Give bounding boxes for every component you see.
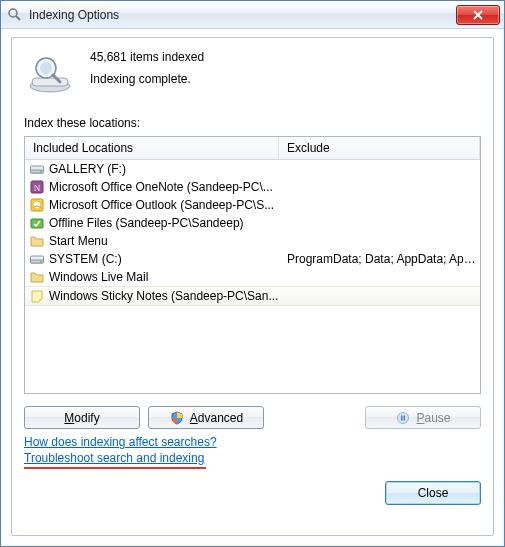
cell-included: Windows Sticky Notes (Sandeep-PC\San... (25, 288, 279, 304)
svg-line-1 (16, 16, 20, 20)
location-label: Microsoft Office OneNote (Sandeep-PC\... (49, 180, 273, 194)
drive-icon (29, 161, 45, 177)
locations-section-label: Index these locations: (24, 116, 481, 130)
footer: Close (24, 481, 481, 505)
cell-included: Windows Live Mail (25, 269, 279, 285)
window-title: Indexing Options (29, 8, 456, 22)
advanced-button[interactable]: Advanced (148, 406, 264, 429)
svg-point-5 (40, 62, 52, 74)
svg-point-0 (9, 9, 17, 17)
location-label: Windows Live Mail (49, 270, 148, 284)
svg-point-9 (40, 171, 42, 173)
cell-included: SYSTEM (C:) (25, 251, 279, 267)
list-header: Included Locations Exclude (25, 137, 480, 160)
content-panel: 45,681 items indexed Indexing complete. … (11, 37, 494, 536)
table-row[interactable]: Start Menu (25, 232, 480, 250)
locations-list[interactable]: Included Locations Exclude GALLERY (F:)N… (24, 136, 481, 394)
cell-included: Offline Files (Sandeep-PC\Sandeep) (25, 215, 279, 231)
help-link-indexing[interactable]: How does indexing affect searches? (24, 435, 217, 449)
onenote-icon: N (29, 179, 45, 195)
status-text: 45,681 items indexed Indexing complete. (90, 48, 204, 96)
annotation-underline (24, 467, 206, 469)
items-indexed-label: 45,681 items indexed (90, 50, 204, 64)
close-button[interactable]: Close (385, 481, 481, 505)
dialog-body: 45,681 items indexed Indexing complete. … (1, 29, 504, 546)
offline-icon (29, 215, 45, 231)
outlook-icon (29, 197, 45, 213)
table-row[interactable]: GALLERY (F:) (25, 160, 480, 178)
location-label: Offline Files (Sandeep-PC\Sandeep) (49, 216, 244, 230)
column-exclude-header[interactable]: Exclude (279, 137, 480, 159)
svg-point-13 (34, 202, 40, 208)
svg-rect-3 (32, 78, 68, 86)
svg-point-17 (40, 261, 42, 263)
shield-icon (169, 410, 185, 426)
button-row: Modify Advanced (24, 406, 481, 429)
index-state-label: Indexing complete. (90, 72, 204, 86)
status-row: 45,681 items indexed Indexing complete. (24, 48, 481, 96)
svg-rect-19 (401, 415, 403, 420)
table-row[interactable]: Microsoft Office Outlook (Sandeep-PC\S..… (25, 196, 480, 214)
app-icon (7, 7, 23, 23)
index-status-icon (24, 48, 76, 96)
pause-icon (395, 410, 411, 426)
cell-included: Start Menu (25, 233, 279, 249)
column-included-header[interactable]: Included Locations (25, 137, 279, 159)
list-rows: GALLERY (F:)NMicrosoft Office OneNote (S… (25, 160, 480, 306)
titlebar: Indexing Options (1, 1, 504, 29)
modify-button[interactable]: Modify (24, 406, 140, 429)
drive-icon (29, 251, 45, 267)
svg-text:N: N (34, 183, 41, 193)
table-row[interactable]: Offline Files (Sandeep-PC\Sandeep) (25, 214, 480, 232)
indexing-options-window: Indexing Options 45,681 (0, 0, 505, 547)
help-links: How does indexing affect searches? Troub… (24, 435, 481, 469)
location-label: Microsoft Office Outlook (Sandeep-PC\S..… (49, 198, 274, 212)
svg-point-18 (398, 412, 409, 423)
help-link-troubleshoot[interactable]: Troubleshoot search and indexing (24, 451, 204, 465)
pause-button: Pause (365, 406, 481, 429)
folder-icon (29, 233, 45, 249)
location-label: SYSTEM (C:) (49, 252, 122, 266)
cell-included: GALLERY (F:) (25, 161, 279, 177)
cell-included: Microsoft Office Outlook (Sandeep-PC\S..… (25, 197, 279, 213)
table-row[interactable]: Windows Sticky Notes (Sandeep-PC\San... (25, 286, 480, 306)
table-row[interactable]: NMicrosoft Office OneNote (Sandeep-PC\..… (25, 178, 480, 196)
folder-icon (29, 269, 45, 285)
location-label: GALLERY (F:) (49, 162, 126, 176)
location-label: Windows Sticky Notes (Sandeep-PC\San... (49, 289, 278, 303)
cell-included: NMicrosoft Office OneNote (Sandeep-PC\..… (25, 179, 279, 195)
cell-exclude: ProgramData; Data; AppData; AppData; ... (279, 252, 480, 266)
window-close-button[interactable] (456, 5, 500, 25)
close-icon (472, 10, 484, 20)
location-label: Start Menu (49, 234, 108, 248)
table-row[interactable]: Windows Live Mail (25, 268, 480, 286)
svg-rect-20 (404, 415, 406, 420)
sticky-icon (29, 288, 45, 304)
table-row[interactable]: SYSTEM (C:)ProgramData; Data; AppData; A… (25, 250, 480, 268)
